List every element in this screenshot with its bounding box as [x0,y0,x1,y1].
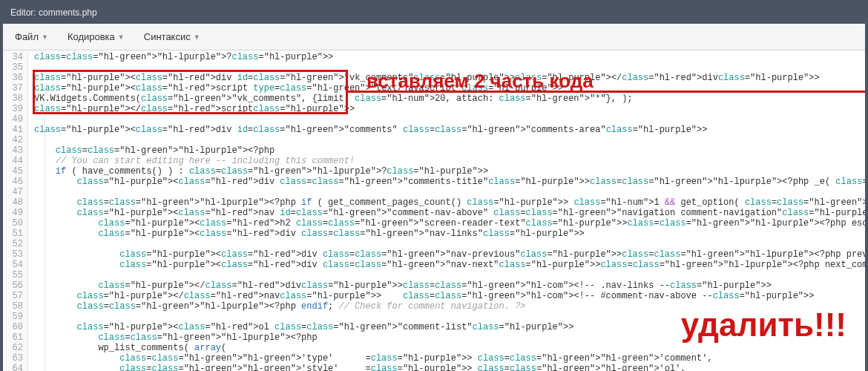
chevron-down-icon: ▼ [194,33,200,41]
menu-file-label: Файл [15,31,39,42]
line-number: 52 [3,239,23,249]
code-line[interactable]: class="hl-purple"><class="hl-red">h2 cla… [28,218,865,229]
line-number: 35 [3,62,23,73]
line-number: 42 [3,135,23,145]
line-number: 57 [3,291,23,301]
line-number: 38 [3,93,23,104]
code-line[interactable]: class=class="hl-green">"hl-lpurple"><?ph… [28,197,865,208]
line-number: 47 [3,187,23,197]
chevron-down-icon: ▼ [118,33,125,41]
line-number-gutter: 3435363738394041424344454647484950515253… [3,50,28,371]
menu-encoding[interactable]: Кодировка ▼ [62,28,131,45]
code-line[interactable]: class="hl-purple"></class="hl-red">divcl… [28,280,865,291]
code-line[interactable] [28,114,865,125]
code-line[interactable] [28,187,865,197]
code-line[interactable]: wp_list_comments( array( [28,343,865,353]
chevron-down-icon: ▼ [42,33,48,41]
code-line[interactable] [28,270,865,280]
line-number: 41 [3,125,23,135]
code-line[interactable]: // You can start editing here -- includi… [28,156,865,166]
line-number: 53 [3,249,23,260]
line-number: 48 [3,197,23,208]
code-line[interactable]: class="hl-purple"></class="hl-red">navcl… [28,291,865,301]
line-number: 56 [3,280,23,291]
line-number: 45 [3,166,23,177]
line-number: 60 [3,322,23,332]
annotation-delete-text: удалить!!! [681,306,846,344]
code-line[interactable] [28,135,865,145]
line-number: 37 [3,83,23,93]
code-line[interactable]: VK.Widgets.Comments(class="hl-green">"vk… [28,93,865,104]
code-line[interactable]: class=class="hl-green">"hl-lpurple">?cla… [28,52,865,62]
line-number: 34 [3,52,23,62]
line-number: 62 [3,343,23,353]
line-number: 50 [3,218,23,229]
code-line[interactable]: class="hl-purple"><class="hl-red">div cl… [28,177,865,187]
code-line[interactable]: class="hl-purple"><class="hl-red">nav id… [28,208,865,218]
line-number: 59 [3,312,23,322]
code-line[interactable]: class=class="hl-green">"hl-lpurple"><?ph… [28,145,865,156]
menubar: Файл ▼ Кодировка ▼ Синтаксис ▼ [3,24,865,50]
line-number: 58 [3,301,23,312]
line-number: 51 [3,229,23,239]
code-line[interactable]: class="hl-purple"><class="hl-red">div cl… [28,260,865,270]
menu-encoding-label: Кодировка [68,31,115,42]
code-line[interactable]: class="hl-purple"><class="hl-red">div cl… [28,249,865,260]
line-number: 39 [3,104,23,114]
menu-syntax-label: Синтаксис [144,31,191,42]
line-number: 40 [3,114,23,125]
menu-file[interactable]: Файл ▼ [9,28,54,45]
window-title: Editor: comments.php [3,3,865,24]
code-line[interactable]: class=class="hl-green">"hl-green">'type'… [28,353,865,364]
line-number: 43 [3,145,23,156]
code-line[interactable]: class=class="hl-green">"hl-green">'style… [28,364,865,371]
code-line[interactable]: class="hl-purple"><class="hl-red">div cl… [28,229,865,239]
line-number: 44 [3,156,23,166]
code-line[interactable]: if ( have_comments() ) : class=class="hl… [28,166,865,177]
line-number: 64 [3,364,23,371]
line-number: 61 [3,332,23,343]
line-number: 63 [3,353,23,364]
code-editor[interactable]: 3435363738394041424344454647484950515253… [3,50,865,371]
line-number: 55 [3,270,23,280]
code-line[interactable] [28,239,865,249]
line-number: 49 [3,208,23,218]
line-number: 54 [3,260,23,270]
menu-syntax[interactable]: Синтаксис ▼ [138,28,206,45]
line-number: 46 [3,177,23,187]
line-number: 36 [3,73,23,83]
annotation-insert-text: вставляем 2 часть кода [366,70,594,93]
code-line[interactable]: class="hl-purple"></class="hl-red">scrip… [28,104,865,114]
code-line[interactable]: class="hl-purple"><class="hl-red">div id… [28,125,865,135]
